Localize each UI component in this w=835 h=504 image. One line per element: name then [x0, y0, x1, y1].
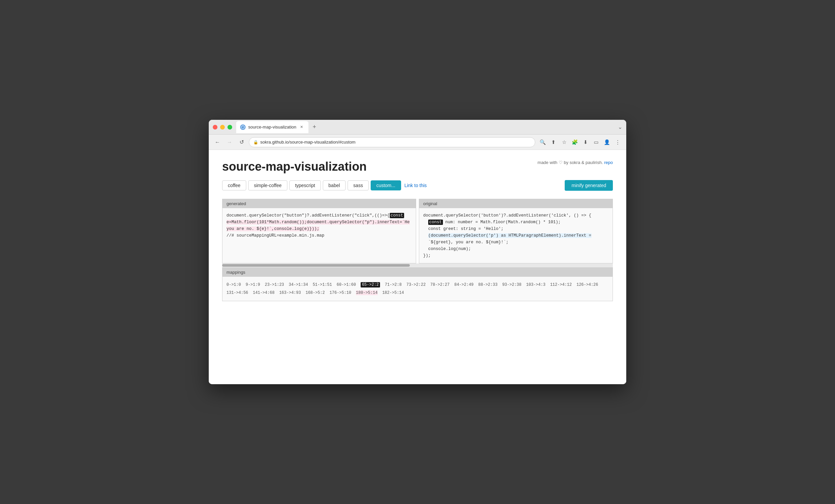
original-panel: original document.querySelector('button'… — [419, 199, 613, 263]
mapping-item: 71->2:8 — [385, 282, 402, 287]
minimize-button[interactable] — [220, 125, 225, 129]
download-icon[interactable]: ⬇ — [581, 138, 590, 147]
tab-buttons-row: coffee simple-coffee typescript babel sa… — [222, 180, 613, 191]
typescript-button[interactable]: typescript — [289, 180, 321, 190]
mapping-item: 112->4:12 — [550, 282, 572, 287]
mapping-item: 141->4:68 — [253, 290, 274, 295]
generated-panel-header: generated — [222, 199, 416, 208]
mapping-item: 126->4:26 — [576, 282, 598, 287]
cast-icon[interactable]: ▭ — [591, 138, 601, 147]
close-button[interactable] — [213, 125, 218, 129]
nav-icons: 🔍 ⬆ ☆ 🧩 ⬇ ▭ 👤 ⋮ — [538, 138, 622, 147]
mapping-item: 65->2:2 — [361, 282, 380, 287]
link-this-button[interactable]: Link to this — [405, 183, 427, 188]
repo-link[interactable]: repo — [604, 160, 613, 165]
mapping-item: 180->5:14 — [356, 290, 378, 295]
made-with: made with ♡ by sokra & paulirish. repo — [537, 160, 613, 165]
mapping-item: 9->1:9 — [246, 282, 260, 287]
mapping-item: 51->1:51 — [313, 282, 332, 287]
mapping-item: 60->1:60 — [337, 282, 356, 287]
sass-button[interactable]: sass — [348, 180, 369, 190]
tab-close-button[interactable]: ✕ — [299, 124, 304, 130]
mapping-item: 0->1:0 — [226, 282, 241, 287]
mappings-content: 0->1:09->1:923->1:2334->1:3451->1:5160->… — [226, 281, 609, 297]
mapping-item: 182->5:14 — [382, 290, 404, 295]
tab-favicon — [240, 124, 246, 130]
search-icon[interactable]: 🔍 — [538, 138, 547, 147]
code-panels: generated document.querySelector("button… — [222, 199, 613, 263]
mapping-item: 176->5:10 — [329, 290, 351, 295]
page-title: source-map-visualization — [222, 160, 367, 173]
const-highlight-orig: const — [428, 220, 443, 225]
coffee-button[interactable]: coffee — [222, 180, 246, 190]
original-code[interactable]: document.querySelector('button')?.addEve… — [419, 208, 613, 263]
mapping-item: 73->2:22 — [406, 282, 426, 287]
address-text: sokra.github.io/source-map-visualization… — [260, 140, 355, 145]
mappings-panel: mappings 0->1:09->1:923->1:2334->1:3451-… — [222, 267, 613, 301]
babel-button[interactable]: babel — [323, 180, 346, 190]
reload-button[interactable]: ↺ — [237, 138, 246, 147]
minify-generated-button[interactable]: minify generated — [565, 180, 613, 191]
mapping-item: 78->2:27 — [430, 282, 450, 287]
extension-icon[interactable]: 🧩 — [570, 138, 579, 147]
browser-tab[interactable]: source-map-visualization ✕ — [236, 121, 308, 133]
mapping-item: 163->4:93 — [279, 290, 301, 295]
page-header: source-map-visualization made with ♡ by … — [222, 160, 613, 173]
original-panel-header: original — [419, 199, 613, 208]
mapping-item: 93->2:38 — [502, 282, 522, 287]
generated-panel: generated document.querySelector("button… — [222, 199, 416, 263]
menu-icon[interactable]: ⋮ — [613, 138, 622, 147]
generated-code[interactable]: document.querySelector("button")?.addEve… — [222, 208, 416, 262]
nav-bar: ← → ↺ 🔒 sokra.github.io/source-map-visua… — [209, 135, 626, 150]
tab-bar: source-map-visualization ✕ + — [236, 121, 618, 133]
lock-icon: 🔒 — [253, 140, 258, 145]
generated-line-3: you are no. ${e}!`,console.log(e)})); — [226, 226, 320, 231]
tab-menu-button[interactable]: ⌄ — [618, 124, 622, 130]
address-bar[interactable]: 🔒 sokra.github.io/source-map-visualizati… — [249, 137, 535, 147]
simple-coffee-button[interactable]: simple-coffee — [248, 180, 287, 190]
browser-window: source-map-visualization ✕ + ⌄ ← → ↺ 🔒 s… — [209, 120, 626, 384]
mapping-item: 88->2:33 — [478, 282, 498, 287]
traffic-lights — [213, 125, 232, 129]
mapping-item: 131->4:56 — [226, 290, 248, 295]
mapping-item: 84->2:49 — [454, 282, 474, 287]
tab-title: source-map-visualization — [248, 124, 297, 129]
mapping-item: 168->5:2 — [305, 290, 325, 295]
titlebar: source-map-visualization ✕ + ⌄ — [209, 120, 626, 135]
generated-line-2: e=Math.floor(101*Math.random());document… — [226, 220, 410, 225]
scrollbar-track[interactable] — [222, 264, 410, 267]
mappings-header: mappings — [222, 268, 613, 277]
maximize-button[interactable] — [227, 125, 232, 129]
mapping-item: 103->4:3 — [526, 282, 546, 287]
new-tab-button[interactable]: + — [310, 122, 319, 132]
profile-icon[interactable]: 👤 — [602, 138, 612, 147]
forward-button[interactable]: → — [225, 138, 234, 147]
html-element-highlight: (document.querySelector('p') as HTMLPara… — [428, 233, 591, 238]
made-with-text: made with ♡ by sokra & paulirish. — [537, 160, 603, 165]
back-button[interactable]: ← — [213, 138, 222, 147]
custom-button[interactable]: custom... — [371, 180, 401, 190]
const-highlight: const — [390, 213, 405, 218]
mappings-body: 0->1:09->1:923->1:2334->1:3451->1:5160->… — [222, 277, 613, 301]
page-content: source-map-visualization made with ♡ by … — [209, 150, 626, 384]
share-icon[interactable]: ⬆ — [549, 138, 558, 147]
mapping-item: 34->1:34 — [289, 282, 308, 287]
scrollbar-area[interactable] — [222, 263, 613, 267]
mapping-item: 23->1:23 — [265, 282, 284, 287]
bookmark-icon[interactable]: ☆ — [559, 138, 569, 147]
